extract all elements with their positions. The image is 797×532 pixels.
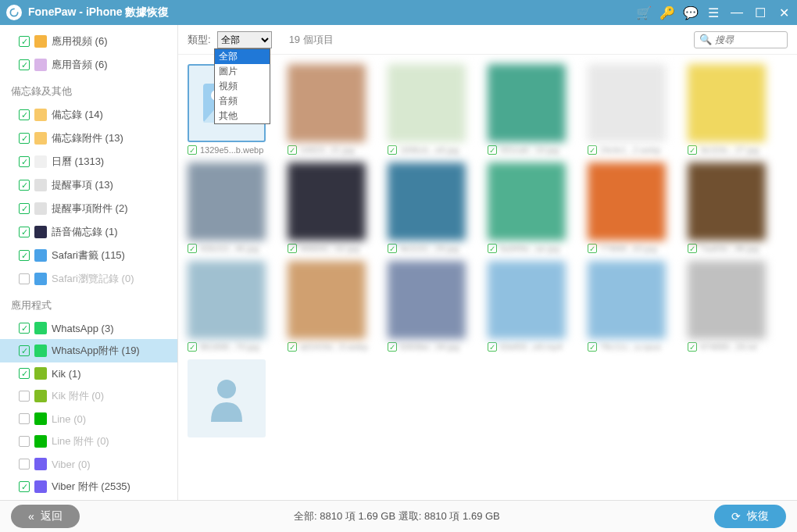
check-icon[interactable] [388, 145, 397, 155]
dropdown-option[interactable]: 其他 [215, 109, 270, 123]
sidebar-item-label: 應用音頻 (6) [52, 58, 108, 72]
thumbnail-cell[interactable]: 14923...21.jpg [288, 64, 373, 155]
checkbox[interactable] [19, 36, 30, 47]
check-icon[interactable] [288, 244, 297, 253]
sidebar-item[interactable]: WhatsApp附件 (19) [0, 339, 177, 362]
thumbnail-cell[interactable]: 63ef03...e8.mp4 [488, 261, 574, 352]
sidebar-item[interactable]: 應用視頻 (6) [0, 30, 177, 53]
thumbnail-cell[interactable]: 474889...26.txt [688, 261, 774, 352]
check-icon[interactable] [288, 342, 297, 352]
menu-icon[interactable]: ☰ [706, 5, 720, 20]
sidebar-item[interactable]: Kik 附件 (0) [0, 384, 177, 408]
checkbox[interactable] [19, 156, 30, 167]
thumbnail-cell[interactable]: 78c11c...a.opus [588, 261, 674, 352]
thumbnail-cell[interactable]: 4e2c01...29.jpg [388, 162, 474, 253]
thumbnail-cell[interactable]: 1896cb...e8.jpg [388, 64, 474, 155]
thumbnail-cell[interactable]: 7aa93c...86.jpg [688, 162, 774, 253]
sidebar-item[interactable]: Kik (1) [0, 362, 177, 384]
checkbox[interactable] [19, 459, 30, 470]
checkbox[interactable] [19, 368, 30, 379]
checkbox[interactable] [19, 323, 30, 334]
sidebar-item[interactable]: Viber 附件 (2535) [0, 475, 177, 498]
category-icon [34, 273, 47, 285]
status-text: 全部: 8810 項 1.69 GB 選取: 8810 項 1.69 GB [80, 509, 714, 523]
sidebar-item-label: WhatsApp附件 (19) [52, 344, 140, 358]
sidebar-item[interactable]: 應用音頻 (6) [0, 53, 177, 77]
checkbox[interactable] [19, 391, 30, 402]
sidebar-item[interactable]: WhatsApp (3) [0, 317, 177, 339]
thumbnail-caption: 6303be...34.jpg [388, 342, 474, 352]
checkbox[interactable] [19, 133, 30, 144]
sidebar-item-label: Line 附件 (0) [52, 434, 109, 448]
dropdown-option[interactable]: 全部 [215, 49, 270, 64]
minimize-icon[interactable]: — [730, 5, 744, 20]
thumbnail-cell[interactable]: 201ca6...10.jpg [488, 64, 574, 155]
checkbox[interactable] [19, 413, 30, 424]
check-icon[interactable] [488, 244, 497, 253]
item-count: 19 個項目 [289, 33, 334, 47]
thumbnail-cell[interactable]: 430c53...46.jpg [188, 162, 273, 253]
sidebar-item[interactable]: 備忘錄附件 (13) [0, 127, 177, 150]
check-icon[interactable] [188, 244, 197, 253]
sidebar-item[interactable]: 提醒事項 (13) [0, 173, 177, 197]
search-box[interactable]: 🔍 [694, 31, 788, 48]
check-icon[interactable] [388, 342, 397, 352]
check-icon[interactable] [288, 145, 297, 155]
close-icon[interactable]: ✕ [777, 5, 791, 20]
dropdown-option[interactable]: 圖片 [215, 64, 270, 79]
sidebar-item[interactable]: Viber (0) [0, 453, 177, 475]
check-icon[interactable] [688, 342, 697, 352]
key-icon[interactable]: 🔑 [659, 5, 674, 20]
check-icon[interactable] [588, 145, 597, 155]
feedback-icon[interactable]: 💬 [683, 5, 697, 20]
checkbox[interactable] [19, 180, 30, 191]
checkbox[interactable] [19, 203, 30, 214]
checkbox[interactable] [19, 59, 30, 70]
check-icon[interactable] [388, 244, 397, 253]
check-icon[interactable] [488, 342, 497, 352]
checkbox[interactable] [19, 250, 30, 261]
thumbnail-cell[interactable]: 3e103c...27.jpg [688, 64, 774, 155]
thumbnail-cell[interactable]: 6a949e...ae.jpg [488, 162, 574, 253]
checkbox[interactable] [19, 109, 30, 120]
checkbox[interactable] [19, 345, 30, 356]
search-input[interactable] [715, 34, 777, 45]
sidebar-item[interactable]: Line 附件 (0) [0, 430, 177, 453]
sidebar-item[interactable]: 提醒事項附件 (2) [0, 197, 177, 220]
sidebar-item[interactable]: Line (0) [0, 408, 177, 430]
thumbnail-cell[interactable]: 861808...70.jpg [188, 261, 273, 352]
dropdown-option[interactable]: 視頻 [215, 79, 270, 94]
sidebar-item[interactable]: 語音備忘錄 (1) [0, 220, 177, 244]
recover-button[interactable]: ⟳ 恢復 [714, 505, 786, 528]
dropdown-option[interactable]: 音頻 [215, 94, 270, 109]
check-icon[interactable] [188, 145, 197, 155]
checkbox[interactable] [19, 436, 30, 447]
thumbnail-cell[interactable]: 24cfe1...2.webp [588, 64, 674, 155]
thumbnail [188, 162, 266, 241]
thumbnail-cell[interactable]: 6303be...34.jpg [388, 261, 474, 352]
sidebar-item[interactable]: 備忘錄 (14) [0, 103, 177, 127]
maximize-icon[interactable]: ☐ [753, 5, 767, 20]
check-icon[interactable] [488, 145, 497, 155]
back-button[interactable]: « 返回 [11, 505, 80, 528]
check-icon[interactable] [188, 342, 197, 352]
check-icon[interactable] [688, 244, 697, 253]
category-icon [34, 109, 47, 121]
check-icon[interactable] [588, 342, 597, 352]
check-icon[interactable] [588, 244, 597, 253]
thumbnail-cell[interactable]: 498091...02.jpg [288, 162, 373, 253]
sidebar-item[interactable]: Safari書籤 (115) [0, 244, 177, 267]
thumbnail-cell[interactable]: a01419c...0.webp [288, 261, 373, 352]
sidebar-item[interactable]: Safari瀏覽記錄 (0) [0, 267, 177, 291]
thumbnail [488, 162, 566, 241]
thumbnail-cell[interactable]: 77886f...63.jpg [588, 162, 674, 253]
cart-icon[interactable]: 🛒 [636, 5, 650, 20]
checkbox[interactable] [19, 227, 30, 237]
thumbnail-cell[interactable] [188, 359, 273, 437]
checkbox[interactable] [19, 273, 30, 284]
check-icon[interactable] [688, 145, 697, 155]
sidebar-item[interactable]: 日曆 (1313) [0, 150, 177, 173]
thumbnail [288, 261, 366, 339]
type-select[interactable]: 全部 [217, 31, 272, 48]
checkbox[interactable] [19, 481, 30, 492]
